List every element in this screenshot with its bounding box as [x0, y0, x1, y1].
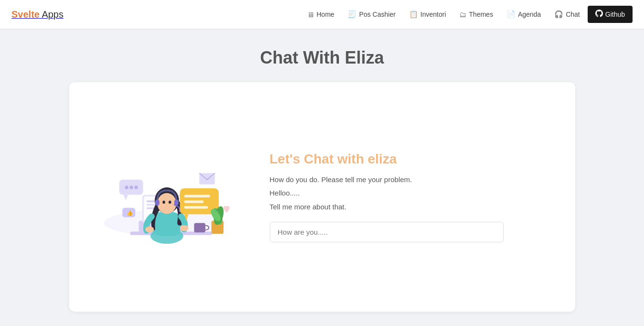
navbar: Svelte Apps 🖥Home 🧾Pos Cashier 📋Inventor… — [0, 0, 644, 29]
home-icon: 🖥 — [307, 11, 314, 19]
chat-icon: 🎧 — [554, 10, 563, 19]
svg-rect-15 — [155, 199, 159, 206]
nav-links: 🖥Home 🧾Pos Cashier 📋Inventori 🗂Themes 📄A… — [301, 6, 633, 23]
nav-github[interactable]: Github — [588, 6, 633, 23]
chat-content: Let's Chat with eliza How do you do. Ple… — [270, 152, 556, 243]
github-icon — [595, 10, 603, 19]
svg-rect-22 — [184, 195, 210, 197]
inventori-icon: 📋 — [409, 10, 418, 19]
svg-point-19 — [179, 225, 188, 231]
nav-home[interactable]: 🖥Home — [301, 7, 340, 22]
brand-logo[interactable]: Svelte Apps — [11, 9, 63, 20]
svg-rect-37 — [194, 223, 205, 232]
chat-message-1: How do you do. Please tell me your probl… — [270, 174, 556, 185]
page-title: Chat With Eliza — [69, 48, 575, 68]
chat-input-container — [270, 222, 556, 242]
svg-point-13 — [162, 201, 165, 204]
nav-themes[interactable]: 🗂Themes — [454, 7, 499, 22]
svg-point-29 — [134, 185, 137, 189]
nav-pos-cashier[interactable]: 🧾Pos Cashier — [342, 6, 401, 22]
nav-inventori[interactable]: 📋Inventori — [403, 6, 452, 22]
chat-message-3: Tell me more about that. — [270, 202, 556, 213]
svg-point-18 — [145, 227, 154, 233]
chat-card: 👍 Let's Chat with eliza How do you do. P… — [69, 82, 575, 312]
themes-icon: 🗂 — [459, 11, 466, 19]
svg-rect-23 — [184, 200, 203, 203]
github-label: Github — [605, 11, 625, 18]
agenda-icon: 📄 — [507, 10, 516, 19]
svg-point-28 — [129, 185, 133, 189]
svg-point-27 — [125, 185, 128, 189]
nav-chat[interactable]: 🎧Chat — [549, 6, 586, 22]
svg-point-12 — [157, 193, 176, 214]
cashier-icon: 🧾 — [348, 10, 357, 19]
main-content: Chat With Eliza — [60, 29, 585, 326]
chat-illustration: 👍 — [88, 130, 241, 264]
chat-input[interactable] — [270, 222, 504, 242]
brand-apps: Apps — [40, 9, 63, 20]
chat-heading: Let's Chat with eliza — [270, 152, 556, 167]
brand-svelte: Svelte — [11, 9, 40, 20]
svg-rect-24 — [184, 206, 208, 208]
chat-message-2: Helloo..... — [270, 188, 556, 199]
svg-marker-26 — [123, 195, 127, 200]
svg-point-14 — [169, 201, 171, 204]
nav-agenda[interactable]: 📄Agenda — [501, 6, 547, 22]
svg-text:👍: 👍 — [127, 209, 133, 216]
